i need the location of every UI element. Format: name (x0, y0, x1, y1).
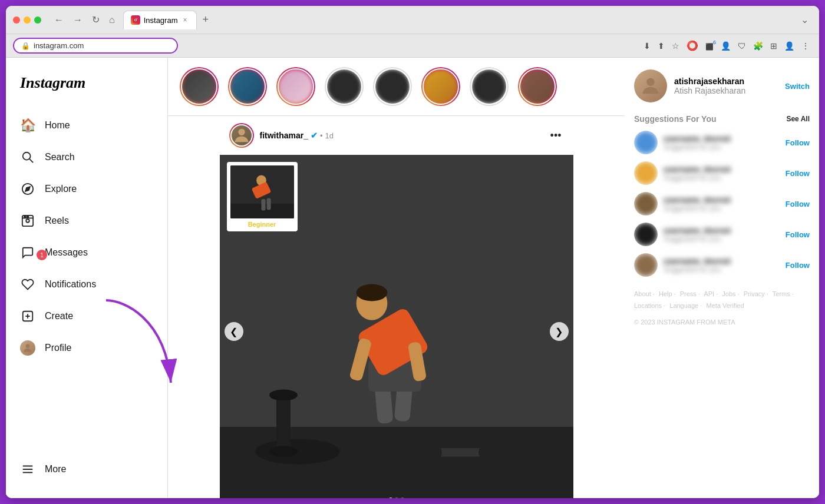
url-input[interactable] (34, 41, 151, 50)
profile-icon[interactable]: 👤 (782, 39, 797, 53)
sidebar-item-label-home: Home (45, 120, 70, 131)
sidebar-item-create[interactable]: Create (13, 301, 160, 331)
footer-press[interactable]: Press · (680, 290, 700, 297)
story-item[interactable] (276, 67, 315, 106)
sidebar-item-messages[interactable]: 1 Messages (13, 238, 160, 267)
footer-terms[interactable]: Terms · (773, 290, 794, 297)
tab-close-button[interactable]: × (181, 15, 189, 25)
follow-button[interactable]: Follow (786, 200, 810, 208)
suggestion-sub: Suggested for you (664, 143, 780, 151)
story-item[interactable] (518, 67, 557, 106)
svg-point-19 (238, 129, 245, 135)
bookmark-icon[interactable]: ☆ (669, 39, 682, 53)
sidebar-item-label-create: Create (45, 311, 73, 321)
extension-split-icon[interactable]: ⊞ (768, 39, 780, 53)
stories-bar (168, 58, 625, 116)
footer-links: About · Help · Press · API · Jobs · Priv… (634, 289, 810, 328)
share-icon[interactable]: ⬆ (655, 39, 667, 53)
post-avatar[interactable] (229, 123, 254, 148)
refresh-button[interactable]: ↻ (88, 12, 103, 28)
suggestion-avatar[interactable] (634, 253, 658, 277)
sidebar-item-reels[interactable]: Reels (13, 206, 160, 236)
sidebar-item-profile[interactable]: Profile (13, 333, 160, 363)
footer-meta-verified[interactable]: Meta Verified (706, 302, 744, 309)
sidebar-item-search[interactable]: Search (13, 142, 160, 172)
footer-privacy[interactable]: Privacy · (744, 290, 768, 297)
browser-tab[interactable]: Instagram × (123, 11, 197, 29)
instagram-app: Instagram 🏠 Home Search Explore (6, 58, 819, 498)
user-avatar[interactable] (634, 69, 667, 102)
story-ring (373, 67, 412, 106)
new-tab-button[interactable]: + (199, 12, 213, 27)
story-item[interactable] (180, 67, 219, 106)
suggestion-info: username_blurred Suggested for you (664, 134, 780, 151)
browser-toolbar: ⬇ ⬆ ☆ ⭕ ⬛6 👤 🛡 🧩 ⊞ 👤 ⋮ (641, 38, 812, 54)
sidebar-item-home[interactable]: 🏠 Home (13, 111, 160, 140)
story-item[interactable] (325, 67, 364, 106)
main-feed[interactable]: fitwithamar_ ✔ • 1d ••• (168, 58, 625, 498)
footer-help[interactable]: Help · (659, 290, 676, 297)
suggestion-name: username_blurred (664, 257, 780, 266)
back-button[interactable]: ← (51, 12, 67, 28)
user-username: atishrajasekharan (674, 77, 778, 86)
sidebar-item-explore[interactable]: Explore (13, 174, 160, 204)
post-thumbnail-image (230, 165, 294, 218)
post-next-button[interactable]: ❯ (550, 322, 569, 341)
switch-account-button[interactable]: Switch (785, 82, 810, 91)
suggestion-item: username_blurred Suggested for you Follo… (634, 253, 810, 277)
footer-language[interactable]: Language · (669, 302, 702, 309)
sidebar-item-label-reels: Reels (45, 215, 69, 226)
messages-icon: 1 (20, 245, 35, 260)
right-sidebar: atishrajasekharan Atish Rajasekharan Swi… (625, 58, 819, 498)
suggestion-avatar[interactable] (634, 192, 658, 215)
post-thumbnail-overlay: Beginner (227, 162, 298, 231)
story-ring (470, 67, 509, 106)
footer-api[interactable]: API · (704, 290, 718, 297)
progress-dot (401, 498, 404, 498)
extension-user-icon[interactable]: 👤 (718, 39, 733, 53)
sidebar-item-more[interactable]: More (13, 455, 160, 484)
forward-button[interactable]: → (70, 12, 86, 28)
extension-shield-icon[interactable]: 🛡 (735, 39, 748, 53)
story-item[interactable] (470, 67, 509, 106)
see-all-button[interactable]: See All (786, 115, 810, 123)
svg-line-4 (29, 159, 33, 163)
footer-locations[interactable]: Locations · (634, 302, 665, 309)
story-ring (180, 67, 219, 106)
story-item[interactable] (228, 67, 267, 106)
sidebar-item-label-search: Search (45, 152, 75, 163)
story-image (471, 68, 507, 105)
follow-button[interactable]: Follow (786, 169, 810, 178)
story-item[interactable] (373, 67, 412, 106)
sidebar-item-notifications[interactable]: Notifications (13, 270, 160, 299)
suggestion-avatar[interactable] (634, 223, 658, 246)
extension-opera-icon[interactable]: ⭕ (684, 38, 701, 54)
story-item[interactable] (421, 67, 460, 106)
address-bar[interactable]: 🔒 (13, 38, 178, 54)
suggestion-avatar[interactable] (634, 161, 658, 185)
browser-menu-button[interactable]: ⌄ (797, 12, 812, 28)
browser-titlebar: ← → ↻ ⌂ Instagram × + ⌄ (6, 6, 819, 34)
home-button[interactable]: ⌂ (105, 12, 118, 28)
suggestion-info: username_blurred Suggested for you (664, 195, 780, 213)
download-icon[interactable]: ⬇ (641, 39, 653, 53)
browser-overflow-menu[interactable]: ⋮ (799, 39, 812, 53)
follow-button[interactable]: Follow (786, 138, 810, 147)
footer-jobs[interactable]: Jobs · (722, 290, 739, 297)
extension-tab-icon[interactable]: ⬛6 (703, 38, 716, 54)
minimize-window-button[interactable] (24, 16, 31, 24)
suggestion-avatar[interactable] (634, 131, 658, 154)
home-icon: 🏠 (20, 118, 35, 133)
svg-rect-24 (276, 395, 291, 452)
follow-button[interactable]: Follow (786, 230, 810, 239)
sidebar-item-label-notifications: Notifications (45, 279, 96, 290)
maximize-window-button[interactable] (34, 16, 41, 24)
traffic-lights (13, 16, 41, 24)
extension-puzzle-icon[interactable]: 🧩 (751, 39, 765, 53)
follow-button[interactable]: Follow (786, 261, 810, 270)
sidebar-item-label-messages: Messages (45, 247, 88, 258)
post-more-button[interactable]: ••• (548, 127, 564, 144)
close-window-button[interactable] (13, 16, 20, 24)
footer-about[interactable]: About · (634, 290, 655, 297)
post-prev-button[interactable]: ❮ (225, 322, 243, 341)
